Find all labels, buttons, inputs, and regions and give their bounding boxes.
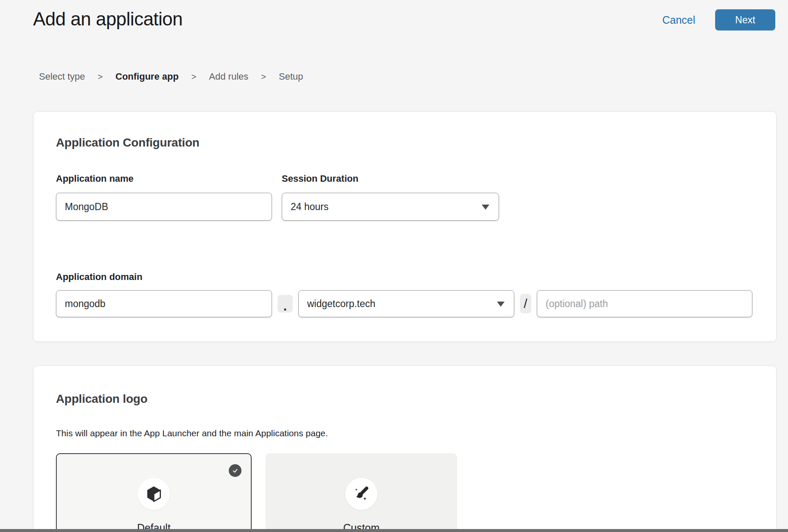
page-title: Add an application	[33, 8, 183, 30]
application-domain-label: Application domain	[56, 272, 752, 283]
session-duration-value: 24 hours	[291, 201, 329, 213]
domain-select-value: widgetcorp.tech	[307, 298, 375, 310]
breadcrumb-separator: >	[98, 72, 103, 82]
horizontal-scrollbar[interactable]	[0, 529, 788, 532]
step-select-type[interactable]: Select type	[39, 71, 85, 82]
check-icon	[231, 467, 239, 474]
step-add-rules[interactable]: Add rules	[209, 71, 248, 82]
application-configuration-card: Application Configuration Application na…	[33, 111, 777, 342]
session-duration-select[interactable]: 24 hours	[282, 193, 499, 221]
chevron-down-icon	[497, 302, 505, 307]
logo-option-default[interactable]: Default	[56, 453, 252, 532]
logo-circle	[138, 478, 170, 510]
subdomain-input[interactable]	[56, 290, 272, 317]
selected-badge	[229, 464, 241, 477]
cube-icon	[145, 485, 163, 503]
path-input[interactable]	[537, 290, 752, 317]
step-setup[interactable]: Setup	[279, 71, 303, 82]
application-logo-card: Application logo This will appear in the…	[33, 366, 777, 532]
logo-circle	[345, 478, 377, 510]
domain-select[interactable]: widgetcorp.tech	[298, 290, 514, 317]
logo-option-custom[interactable]: Custom	[266, 453, 457, 532]
header-actions: Cancel Next	[662, 9, 775, 30]
dot-separator: .	[277, 295, 293, 313]
breadcrumb-separator: >	[191, 72, 197, 82]
configuration-heading: Application Configuration	[56, 136, 752, 150]
application-name-field-group: Application name	[56, 173, 272, 221]
next-button[interactable]: Next	[715, 9, 775, 30]
logo-description: This will appear in the App Launcher and…	[56, 428, 752, 438]
application-name-label: Application name	[56, 173, 272, 184]
slash-separator: /	[520, 294, 531, 313]
logo-options-row: Default Custom	[56, 453, 752, 532]
breadcrumb: Select type > Configure app > Add rules …	[39, 71, 303, 82]
session-duration-field-group: Session Duration 24 hours	[282, 173, 499, 221]
session-duration-label: Session Duration	[282, 173, 499, 184]
paintbrush-sparkles-icon	[352, 485, 371, 503]
step-configure-app[interactable]: Configure app	[116, 71, 179, 82]
application-domain-row: . widgetcorp.tech /	[56, 290, 752, 317]
logo-heading: Application logo	[56, 392, 752, 406]
cancel-button[interactable]: Cancel	[662, 14, 695, 26]
application-name-input[interactable]	[56, 193, 272, 221]
breadcrumb-separator: >	[261, 72, 266, 82]
chevron-down-icon	[482, 205, 489, 210]
